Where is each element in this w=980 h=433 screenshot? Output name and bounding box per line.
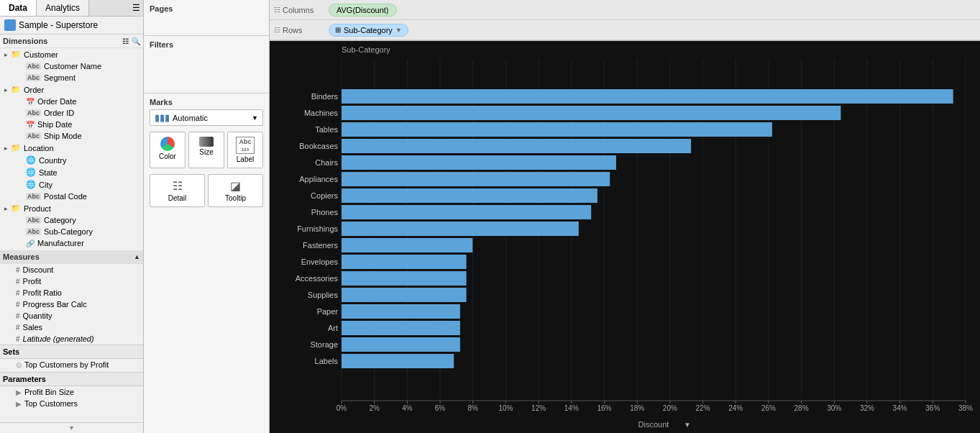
label-button[interactable]: Abc123 Label — [227, 132, 263, 168]
tab-analytics[interactable]: Analytics — [37, 0, 89, 16]
item-discount[interactable]: # Discount — [0, 264, 143, 275]
item-progress-bar[interactable]: # Progress Bar Calc — [0, 298, 143, 310]
label-latitude: Latitude (generated) — [23, 334, 94, 343]
label-order-id: Order ID — [44, 109, 74, 117]
svg-text:30%: 30% — [827, 404, 841, 412]
svg-text:Copiers: Copiers — [311, 191, 338, 200]
item-profit[interactable]: # Profit — [0, 275, 143, 287]
item-ship-date[interactable]: 📅 Ship Date — [0, 119, 143, 130]
label-profit: Profit — [23, 277, 42, 286]
item-latitude[interactable]: # Latitude (generated) — [0, 333, 143, 345]
label-order-date: Order Date — [37, 97, 76, 106]
svg-rect-29 — [342, 155, 616, 170]
filters-section: Filters — [144, 36, 269, 94]
marks-type-dropdown[interactable]: ▮▮▮ Automatic ▼ — [150, 109, 263, 126]
svg-rect-43 — [342, 271, 467, 286]
rows-shelf: ☷ Rows ⊞ Sub-Category ▼ — [270, 20, 980, 40]
abc-icon-category: Abc — [26, 216, 41, 224]
parameters-section-label: Parameters — [0, 372, 143, 386]
label-progress-bar: Progress Bar Calc — [23, 300, 87, 309]
item-sales[interactable]: # Sales — [0, 322, 143, 333]
marks-buttons-row1: Color Size Abc123 Label — [150, 132, 263, 168]
group-location: ▸ 📁 Location 🌐 Country 🌐 State 🌐 City Ab… — [0, 142, 143, 202]
item-ship-mode[interactable]: Abc Ship Mode — [0, 130, 143, 142]
abc-icon-subcategory: Abc — [26, 228, 41, 235]
state-icon-city: 🌐 — [26, 180, 36, 189]
label-segment: Segment — [44, 73, 75, 82]
abc-icon-ship-mode: Abc — [26, 132, 41, 140]
svg-text:16%: 16% — [597, 404, 611, 412]
svg-rect-23 — [342, 106, 841, 120]
detail-button[interactable]: ☷ Detail — [150, 174, 205, 207]
label-icon: Abc123 — [236, 137, 254, 154]
item-manufacturer[interactable]: 🔗 Manufacturer — [0, 237, 143, 249]
sets-section-label: Sets — [0, 345, 143, 359]
group-order-header[interactable]: ▸ 📁 Order — [0, 83, 143, 96]
hash-icon-quantity: # — [16, 312, 20, 320]
item-top-customers[interactable]: ⊙ Top Customers by Profit — [0, 359, 143, 370]
item-quantity[interactable]: # Quantity — [0, 310, 143, 322]
color-button[interactable]: Color — [150, 132, 186, 168]
item-city[interactable]: 🌐 City — [0, 178, 143, 191]
panel-menu-icon[interactable]: ☰ — [132, 3, 140, 13]
hash-icon-profit: # — [16, 278, 20, 286]
svg-rect-41 — [342, 255, 467, 269]
rows-label: ☷ Rows — [274, 26, 324, 35]
item-order-date[interactable]: 📅 Order Date — [0, 96, 143, 107]
set-icon: ⊙ — [16, 361, 22, 369]
item-subcategory[interactable]: Abc Sub-Category — [0, 226, 143, 237]
param-icon-profit-bin: ▶ — [16, 388, 22, 396]
svg-text:Labels: Labels — [315, 357, 339, 365]
hash-icon-profit-ratio: # — [16, 289, 20, 297]
calendar-icon-order-date: 📅 — [26, 98, 35, 106]
item-top-customers-param[interactable]: ▶ Top Customers — [0, 398, 143, 409]
caret-customer: ▸ — [4, 51, 8, 58]
svg-text:Accessories: Accessories — [296, 274, 339, 283]
color-label: Color — [159, 152, 176, 160]
datasource-icon — [4, 19, 16, 31]
item-postal-code[interactable]: Abc Postal Code — [0, 191, 143, 202]
svg-rect-21 — [342, 89, 953, 104]
svg-text:22%: 22% — [696, 404, 710, 412]
group-location-header[interactable]: ▸ 📁 Location — [0, 142, 143, 154]
tab-data[interactable]: Data — [0, 0, 37, 16]
parameters-label: Parameters — [3, 375, 46, 383]
group-product-header[interactable]: ▸ 📁 Product — [0, 202, 143, 214]
svg-text:Supplies: Supplies — [308, 291, 339, 299]
item-customer-name[interactable]: Abc Customer Name — [0, 60, 143, 72]
dimensions-grid-icon[interactable]: ☷ — [122, 37, 129, 45]
measures-scroll-up[interactable]: ▲ — [134, 253, 140, 260]
label-quantity: Quantity — [23, 311, 52, 320]
calendar-icon-ship-date: 📅 — [26, 121, 35, 129]
svg-text:Machines: Machines — [304, 109, 339, 117]
svg-rect-45 — [342, 288, 467, 302]
svg-text:Discount: Discount — [638, 420, 669, 429]
measures-header: Measures ▲ — [0, 250, 143, 264]
size-button[interactable]: Size — [188, 132, 224, 168]
tooltip-button[interactable]: ◪ Tooltip — [208, 174, 263, 207]
item-country[interactable]: 🌐 Country — [0, 154, 143, 166]
item-profit-bin[interactable]: ▶ Profit Bin Size — [0, 386, 143, 398]
item-category[interactable]: Abc Category — [0, 214, 143, 226]
label-ship-mode: Ship Mode — [44, 132, 82, 140]
scroll-down-indicator[interactable]: ▼ — [0, 422, 143, 433]
folder-product-icon: 📁 — [11, 204, 21, 213]
marks-bar-icon: ▮▮▮ — [155, 112, 170, 123]
hash-icon-progress: # — [16, 301, 20, 309]
label-customer-name: Customer Name — [44, 62, 101, 70]
item-profit-ratio[interactable]: # Profit Ratio — [0, 287, 143, 298]
rows-pill[interactable]: ⊞ Sub-Category ▼ — [329, 24, 408, 37]
svg-text:14%: 14% — [564, 404, 579, 412]
columns-pill[interactable]: AVG(Discount) — [329, 4, 397, 17]
hash-icon-discount: # — [16, 266, 20, 274]
item-segment[interactable]: Abc Segment — [0, 72, 143, 83]
columns-text: Columns — [283, 6, 313, 14]
dimensions-label: Dimensions — [3, 37, 47, 45]
detail-icon: ☷ — [173, 179, 183, 193]
folder-customer-icon: 📁 — [11, 50, 21, 59]
item-state[interactable]: 🌐 State — [0, 166, 143, 178]
dimensions-search-icon[interactable]: 🔍 — [132, 37, 140, 45]
item-order-id[interactable]: Abc Order ID — [0, 107, 143, 119]
group-customer-header[interactable]: ▸ 📁 Customer — [0, 48, 143, 60]
folder-location-icon: 📁 — [11, 143, 21, 152]
